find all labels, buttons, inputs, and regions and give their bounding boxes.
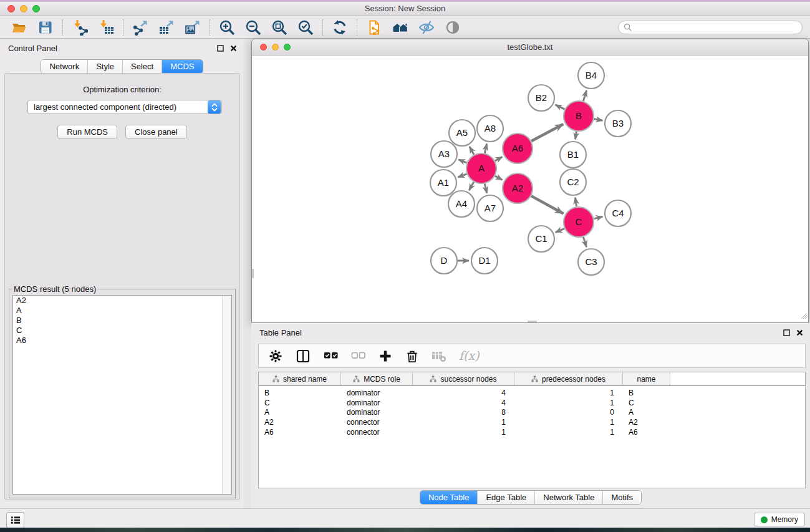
graph-node-B2[interactable]: B2 (528, 85, 554, 111)
zoom-fit-button[interactable] (271, 19, 288, 36)
tab-network-table[interactable]: Network Table (535, 491, 603, 504)
cell-successor-nodes[interactable]: 1 (413, 418, 514, 427)
graph-node-C1[interactable]: C1 (528, 226, 554, 252)
mcds-result-item[interactable]: A6 (13, 336, 231, 346)
graph-node-C3[interactable]: C3 (578, 249, 604, 275)
cell-predecessor-nodes[interactable]: 1 (514, 389, 623, 397)
close-panel-icon[interactable] (230, 45, 237, 52)
tab-motifs[interactable]: Motifs (603, 491, 641, 504)
graph-node-C4[interactable]: C4 (605, 200, 631, 226)
edge-A-A8[interactable] (485, 143, 486, 153)
cell-successor-nodes[interactable]: 1 (413, 428, 514, 437)
show-panels-button[interactable] (444, 19, 461, 36)
network-window-titlebar[interactable]: testGlobe.txt (252, 39, 808, 56)
column-header-name[interactable]: name (623, 372, 670, 385)
cell-name[interactable]: A2 (623, 418, 670, 427)
graph-node-B4[interactable]: B4 (578, 62, 604, 89)
cell-predecessor-nodes[interactable]: 0 (514, 408, 623, 417)
edge-A2-C[interactable] (531, 196, 564, 213)
edge-B-B1[interactable] (576, 132, 577, 140)
table-row[interactable]: Bdominator41B (259, 388, 805, 398)
cell-shared-name[interactable]: A6 (259, 428, 341, 437)
export-image-button[interactable] (184, 19, 201, 36)
result-scrollbar[interactable] (222, 296, 231, 494)
delete-row-button[interactable] (406, 349, 418, 363)
edge-A-A3[interactable] (458, 160, 466, 163)
cell-predecessor-nodes[interactable]: 1 (514, 428, 623, 437)
search-input[interactable] (635, 22, 797, 32)
edge-A-A6[interactable] (495, 157, 503, 161)
cell-name[interactable]: A6 (623, 428, 670, 437)
float-panel-icon[interactable] (217, 45, 224, 52)
maximize-network-window-button[interactable] (284, 44, 291, 51)
edge-C-C4[interactable] (594, 216, 602, 218)
close-network-window-button[interactable] (260, 44, 267, 51)
hide-panels-button[interactable] (418, 19, 435, 36)
edge-B-B2[interactable] (556, 105, 565, 109)
column-header-shared-name[interactable]: shared name (259, 372, 341, 385)
graph-node-A3[interactable]: A3 (431, 141, 457, 167)
edge-A-A2[interactable] (495, 176, 503, 180)
column-header-mcds-role[interactable]: MCDS role (341, 372, 413, 385)
maximize-window-button[interactable] (32, 5, 40, 12)
mcds-result-item[interactable]: B (13, 316, 231, 326)
cell-mcds-role[interactable]: dominator (341, 399, 413, 407)
import-network-button[interactable] (71, 19, 89, 36)
cell-name[interactable]: B (623, 389, 670, 397)
memory-button[interactable]: Memory (754, 513, 805, 526)
open-file-button[interactable] (11, 19, 28, 36)
graph-node-A[interactable]: A (466, 153, 496, 183)
refresh-button[interactable] (331, 19, 349, 36)
graph-node-A4[interactable]: A4 (448, 191, 475, 217)
graph-node-B1[interactable]: B1 (560, 142, 586, 168)
task-history-button[interactable] (6, 512, 24, 528)
edge-B-B3[interactable] (594, 119, 603, 121)
settings-button[interactable] (269, 349, 283, 363)
graph-node-A5[interactable]: A5 (449, 120, 475, 146)
cell-shared-name[interactable]: A (259, 408, 341, 417)
add-row-button[interactable] (378, 349, 393, 363)
import-table-button[interactable] (97, 19, 115, 36)
edge-C-C3[interactable] (584, 237, 587, 247)
tab-style[interactable]: Style (88, 60, 123, 73)
select-all-button[interactable] (324, 349, 338, 363)
graph-node-B3[interactable]: B3 (605, 110, 631, 137)
optimization-criterion-dropdown[interactable]: largest connected component (directed) (27, 100, 222, 114)
deselect-all-button[interactable] (351, 349, 365, 363)
edge-C-C2[interactable] (576, 198, 577, 206)
edge-C-C1[interactable] (556, 228, 564, 232)
tab-network[interactable]: Network (41, 60, 88, 73)
mcds-result-item[interactable]: A2 (13, 296, 231, 306)
graph-node-B[interactable]: B (564, 101, 594, 131)
float-table-panel-icon[interactable] (783, 329, 790, 336)
network-canvas[interactable]: B4B2BB3A8A5A6A3B1AA1C2A2A4A7C4CC1C3DD1 (252, 56, 808, 322)
edge-A-A1[interactable] (458, 174, 466, 177)
zoom-out-button[interactable] (244, 19, 262, 36)
show-columns-button[interactable] (296, 349, 311, 363)
graph-node-A7[interactable]: A7 (477, 195, 503, 221)
table-row[interactable]: A6connector11A6 (259, 427, 805, 437)
table-row[interactable]: Adominator80A (259, 407, 805, 417)
graph-node-A6[interactable]: A6 (503, 133, 533, 163)
cell-shared-name[interactable]: A2 (259, 418, 341, 427)
column-header-predecessor-nodes[interactable]: predecessor nodes (514, 372, 623, 385)
column-header-successor-nodes[interactable]: successor nodes (413, 372, 514, 385)
zoom-in-button[interactable] (218, 19, 236, 36)
cell-successor-nodes[interactable]: 8 (413, 408, 514, 417)
edge-A-A5[interactable] (470, 147, 474, 155)
cell-shared-name[interactable]: C (259, 399, 341, 407)
tab-node-table[interactable]: Node Table (420, 491, 478, 504)
home-button[interactable] (392, 19, 409, 36)
minimize-network-window-button[interactable] (272, 44, 279, 51)
export-network-button[interactable] (132, 19, 149, 36)
cell-mcds-role[interactable]: connector (341, 428, 413, 437)
tab-select[interactable]: Select (123, 60, 162, 73)
run-mcds-button[interactable]: Run MCDS (57, 125, 117, 139)
edge-B-B4[interactable] (583, 90, 586, 101)
resize-grip-icon[interactable] (800, 311, 808, 322)
minimize-window-button[interactable] (20, 5, 27, 12)
cell-name[interactable]: A (623, 408, 670, 417)
cell-successor-nodes[interactable]: 4 (413, 389, 514, 397)
close-window-button[interactable] (7, 5, 15, 12)
tab-mcds[interactable]: MCDS (162, 60, 202, 73)
